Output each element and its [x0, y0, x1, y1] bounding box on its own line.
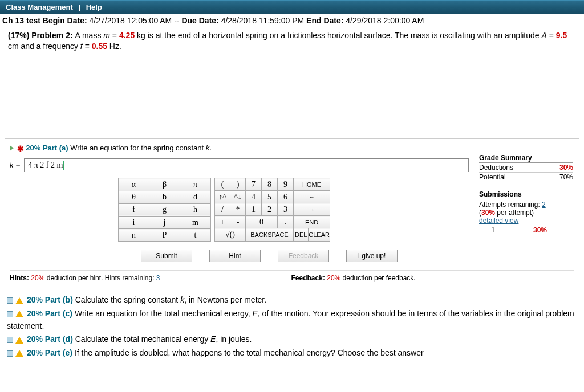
val-f: 0.55	[92, 42, 107, 51]
key-mul[interactable]: *	[230, 203, 246, 216]
class-management-link[interactable]: Class Management	[6, 3, 73, 11]
expand-icon[interactable]	[7, 297, 13, 304]
feedback-button[interactable]: Feedback	[278, 250, 329, 262]
key-plus[interactable]: +	[215, 216, 230, 228]
key-i[interactable]: i	[119, 216, 149, 228]
deductions-label: Deductions	[479, 164, 513, 172]
due-date-label: Due Date:	[181, 16, 218, 25]
key-8[interactable]: 8	[262, 178, 278, 191]
begin-date-label: Begin Date:	[43, 16, 87, 25]
problem-weight: (17%) Problem 2:	[8, 31, 75, 40]
key-dot[interactable]: .	[278, 216, 294, 228]
warn-icon	[15, 350, 23, 357]
t4: Hz.	[107, 42, 121, 51]
expand-icon[interactable]	[7, 311, 13, 317]
key-t[interactable]: t	[180, 229, 211, 242]
key-del[interactable]: DEL	[294, 228, 309, 241]
key-clear[interactable]: CLEAR	[309, 228, 330, 241]
key-home[interactable]: HOME	[294, 178, 330, 191]
k-equals: k =	[10, 161, 21, 170]
hints-row: Hints: 20% deduction per hint. Hints rem…	[10, 270, 574, 282]
assignment-header: Ch 13 test Begin Date: 4/27/2018 12:05:0…	[0, 14, 584, 27]
key-1[interactable]: 1	[246, 203, 262, 216]
var-a: A	[542, 31, 547, 40]
pd-v: E	[210, 334, 216, 344]
attempts-remaining[interactable]: 2	[542, 201, 546, 209]
sub-1-val: 30%	[507, 226, 573, 235]
key-left[interactable]: ←	[294, 191, 330, 203]
key-h[interactable]: h	[180, 203, 211, 216]
pc-t: Write an equation for the total mechanic…	[75, 309, 253, 318]
key-sub[interactable]: ^↓	[230, 191, 246, 203]
part-b-weight: 20% Part (b)	[27, 295, 75, 304]
part-e-row[interactable]: 20% Part (e) If the amplitude is doubled…	[7, 347, 577, 360]
t3: cm and a frequency	[8, 42, 80, 51]
grade-summary: Grade Summary Deductions30% Potential70%…	[479, 154, 573, 235]
key-3[interactable]: 3	[278, 203, 294, 216]
key-rparen[interactable]: )	[230, 178, 246, 191]
warn-icon	[15, 337, 23, 344]
key-d[interactable]: d	[180, 191, 211, 203]
key-b[interactable]: b	[149, 191, 180, 203]
assignment-title: Ch 13 test	[2, 16, 43, 25]
hints-label: Hints:	[10, 274, 31, 282]
grade-title: Grade Summary	[479, 154, 573, 163]
key-minus[interactable]: -	[230, 216, 246, 228]
part-b-row[interactable]: 20% Part (b) Calculate the spring consta…	[7, 294, 577, 307]
giveup-button[interactable]: I give up!	[346, 250, 398, 262]
key-super[interactable]: ↑^	[215, 191, 230, 203]
key-g[interactable]: g	[149, 203, 180, 216]
hint-button[interactable]: Hint	[209, 250, 261, 262]
help-link[interactable]: Help	[86, 3, 102, 11]
key-7[interactable]: 7	[246, 178, 262, 191]
key-9[interactable]: 9	[278, 178, 294, 191]
key-0[interactable]: 0	[246, 216, 278, 228]
key-cap-p[interactable]: P	[149, 229, 180, 242]
expand-icon[interactable]	[10, 145, 14, 151]
answer-input[interactable]: 4 π 2 f 2 m	[24, 158, 469, 172]
key-lparen[interactable]: (	[215, 178, 230, 191]
hints-remaining[interactable]: 3	[156, 274, 160, 282]
problem-statement: (17%) Problem 2: A mass m = 4.25 kg is a…	[0, 27, 584, 56]
t1: A mass	[75, 31, 103, 40]
key-theta[interactable]: θ	[119, 191, 149, 203]
eq1: =	[110, 31, 119, 40]
pe-t: If the amplitude is doubled, what happen…	[75, 348, 424, 357]
period: .	[209, 144, 212, 152]
potential-value: 70%	[559, 173, 573, 181]
expand-icon[interactable]	[7, 337, 13, 343]
part-a-panel: ✱ 20% Part (a) Write an equation for the…	[5, 138, 579, 289]
fb-pct: 20%	[327, 274, 340, 282]
key-right[interactable]: →	[294, 203, 330, 216]
key-4[interactable]: 4	[246, 191, 262, 203]
pd-r: , in joules.	[216, 334, 252, 344]
t2: kg is at the end of a horizontal spring …	[135, 31, 541, 40]
key-m[interactable]: m	[180, 216, 211, 228]
key-j[interactable]: j	[149, 216, 180, 228]
hints-pct: 20%	[31, 274, 44, 282]
key-sqrt[interactable]: √()	[215, 228, 246, 242]
submit-button[interactable]: Submit	[141, 250, 192, 262]
part-a-prompt: Write an equation for the spring constan…	[70, 144, 206, 152]
key-div[interactable]: /	[215, 203, 230, 216]
key-f[interactable]: f	[119, 203, 149, 216]
expand-icon[interactable]	[7, 350, 13, 357]
key-end[interactable]: END	[294, 216, 330, 228]
action-row: Submit Hint Feedback I give up!	[141, 250, 574, 262]
part-e-weight: 20% Part (e)	[27, 348, 75, 357]
pb-r: , in Newtons per meter.	[184, 295, 266, 304]
key-pi[interactable]: π	[180, 178, 211, 191]
val-m: 4.25	[119, 31, 135, 40]
key-6[interactable]: 6	[278, 191, 294, 203]
other-parts: 20% Part (b) Calculate the spring consta…	[0, 292, 584, 366]
key-backspace[interactable]: BACKSPACE	[246, 228, 294, 242]
var-m: m	[103, 31, 110, 40]
part-d-row[interactable]: 20% Part (d) Calculate the total mechani…	[7, 333, 577, 346]
detailed-view-link[interactable]: detailed view	[479, 217, 518, 224]
key-2[interactable]: 2	[262, 203, 278, 216]
key-alpha[interactable]: α	[119, 178, 149, 191]
part-c-row[interactable]: 20% Part (c) Write an equation for the t…	[7, 308, 577, 332]
key-5[interactable]: 5	[262, 191, 278, 203]
key-n[interactable]: n	[119, 229, 149, 242]
key-beta[interactable]: β	[149, 178, 180, 191]
